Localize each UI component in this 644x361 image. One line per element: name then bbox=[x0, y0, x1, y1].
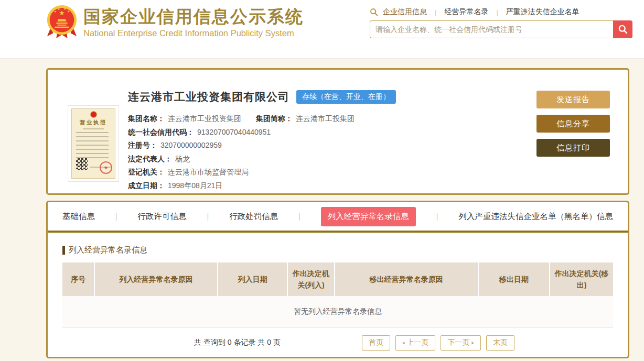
page-button-1[interactable]: 首页 bbox=[362, 335, 390, 351]
company-field-row: 登记机关：连云港市市场监督管理局 bbox=[128, 166, 396, 179]
search-input[interactable] bbox=[370, 20, 613, 38]
field-label: 集团名称： bbox=[128, 114, 165, 123]
tab-4[interactable]: 列入经营异常名录信息 bbox=[321, 207, 416, 226]
empty-state-text: 暂无列入经营异常名录信息 bbox=[62, 296, 613, 327]
site-brand: ★ ★ ★ ★ ★ 国家企业信用信息公示系统 National Enterpri… bbox=[46, 4, 304, 40]
section-title: 列入经营异常名录信息 bbox=[69, 245, 147, 255]
field-pair: 注册号：320700000002959 bbox=[128, 141, 222, 149]
tab-separator: | bbox=[115, 212, 117, 221]
tab-3[interactable]: 行政处罚信息 bbox=[229, 211, 278, 222]
license-text-rows bbox=[76, 132, 109, 158]
company-field-row: 集团名称：连云港市工业投资集团集团简称：连云港市工投集团 bbox=[128, 112, 396, 126]
detail-card: 基础信息|行政许可信息|行政处罚信息|列入经营异常名录信息|列入严重违法失信企业… bbox=[46, 201, 629, 358]
license-emblem-icon bbox=[90, 111, 97, 118]
company-actions: 发送报告信息分享信息打印 bbox=[536, 89, 610, 193]
svg-text:★: ★ bbox=[67, 10, 70, 13]
section-title-bar-icon bbox=[62, 246, 65, 255]
field-pair: 集团名称：连云港市工业投资集团 bbox=[128, 114, 241, 123]
national-emblem-logo: ★ ★ ★ ★ ★ bbox=[46, 4, 78, 40]
detail-tab-bar: 基础信息|行政许可信息|行政处罚信息|列入经营异常名录信息|列入严重违法失信企业… bbox=[48, 202, 628, 231]
column-header: 移出经营异常名录原因 bbox=[335, 262, 478, 296]
company-name: 连云港市工业投资集团有限公司 bbox=[128, 90, 289, 104]
field-value: 杨龙 bbox=[175, 155, 190, 163]
nav-link-1[interactable]: 企业信用信息 bbox=[383, 7, 427, 17]
field-value: 连云港市市场监督管理局 bbox=[168, 168, 249, 176]
page-button-label: 首页 bbox=[369, 338, 383, 347]
next-arrow-icon: ▸ bbox=[471, 340, 474, 345]
field-label: 登记机关： bbox=[128, 168, 165, 176]
anomaly-table: 序号列入经营异常名录原因列入日期作出决定机关(列入)移出经营异常名录原因移出日期… bbox=[62, 262, 613, 328]
column-header: 移出日期 bbox=[478, 262, 550, 296]
field-pair: 法定代表人：杨龙 bbox=[128, 155, 190, 163]
tab-separator: | bbox=[298, 212, 300, 221]
tab-1[interactable]: 基础信息 bbox=[62, 211, 95, 222]
business-license-image: 营业执照 ★ bbox=[68, 105, 119, 182]
page-button-label: 下一页 bbox=[447, 338, 469, 347]
pagination: 共 查询到 0 条记录 共 0 页 首页◂上一页下一页▸末页 bbox=[62, 335, 613, 351]
tab-2[interactable]: 行政许可信息 bbox=[138, 211, 187, 222]
site-title-cn: 国家企业信用信息公示系统 bbox=[83, 6, 304, 27]
anomaly-panel: 列入经营异常名录信息 序号列入经营异常名录原因列入日期作出决定机关(列入)移出经… bbox=[48, 233, 628, 351]
field-label: 注册号： bbox=[128, 141, 157, 149]
field-pair: 统一社会信用代码：913207007040440951 bbox=[128, 128, 271, 136]
svg-text:★: ★ bbox=[58, 7, 60, 10]
page-button-label: 上一页 bbox=[406, 338, 428, 347]
pagination-summary: 共 查询到 0 条记录 共 0 页 bbox=[194, 338, 281, 347]
nav-separator: | bbox=[496, 8, 498, 16]
svg-text:★: ★ bbox=[59, 9, 65, 17]
tab-separator: | bbox=[436, 212, 438, 221]
business-license-inner: 营业执照 ★ bbox=[71, 108, 115, 179]
field-value: 320700000002959 bbox=[160, 141, 222, 149]
column-header: 作出决定机关(移出) bbox=[550, 262, 613, 296]
page-button-label: 末页 bbox=[493, 338, 508, 347]
tab-5[interactable]: 列入严重违法失信企业名单（黑名单）信息 bbox=[458, 211, 613, 222]
company-field-row: 成立日期：1998年08月21日 bbox=[128, 179, 396, 193]
svg-text:★: ★ bbox=[54, 10, 57, 13]
field-pair: 成立日期：1998年08月21日 bbox=[128, 181, 222, 190]
search-button[interactable] bbox=[613, 20, 632, 38]
nav-link-2[interactable]: 经营异常名录 bbox=[444, 7, 488, 17]
company-field-row: 注册号：320700000002959 bbox=[128, 139, 396, 152]
page-button-4[interactable]: 末页 bbox=[486, 335, 514, 351]
company-field-row: 法定代表人：杨龙 bbox=[128, 152, 396, 166]
page-button-3[interactable]: 下一页▸ bbox=[441, 335, 481, 351]
field-value: 913207007040440951 bbox=[197, 128, 271, 136]
site-title-en: National Enterprise Credit Information P… bbox=[83, 28, 304, 38]
search-button-icon bbox=[618, 24, 628, 35]
field-pair: 集团简称：连云港市工投集团 bbox=[256, 114, 355, 123]
company-info: 连云港市工业投资集团有限公司 存续（在营、开业、在册） 集团名称：连云港市工业投… bbox=[128, 89, 396, 193]
anomaly-empty-row: 暂无列入经营异常名录信息 bbox=[62, 296, 613, 327]
column-header: 列入日期 bbox=[218, 262, 287, 296]
prev-arrow-icon: ◂ bbox=[402, 340, 405, 345]
column-header: 列入经营异常名录原因 bbox=[94, 262, 218, 296]
column-header: 作出决定机关(列入) bbox=[287, 262, 334, 296]
license-subline bbox=[83, 128, 104, 129]
field-pair: 登记机关：连云港市市场监督管理局 bbox=[128, 168, 249, 176]
company-fields: 集团名称：连云港市工业投资集团集团简称：连云港市工投集团统一社会信用代码：913… bbox=[128, 112, 396, 192]
field-label: 成立日期： bbox=[128, 181, 165, 190]
field-value: 连云港市工投集团 bbox=[296, 114, 355, 123]
field-value: 连云港市工业投资集团 bbox=[168, 114, 241, 123]
section-title-row: 列入经营异常名录信息 bbox=[62, 245, 613, 255]
svg-text:★: ★ bbox=[63, 7, 66, 10]
anomaly-table-header-row: 序号列入经营异常名录原因列入日期作出决定机关(列入)移出经营异常名录原因移出日期… bbox=[62, 262, 613, 296]
column-header: 序号 bbox=[62, 262, 94, 296]
tab-separator: | bbox=[207, 212, 209, 221]
action-button-2[interactable]: 信息分享 bbox=[536, 115, 610, 133]
action-button-1[interactable]: 发送报告 bbox=[536, 91, 610, 108]
action-button-3[interactable]: 信息打印 bbox=[536, 139, 610, 157]
company-name-row: 连云港市工业投资集团有限公司 存续（在营、开业、在册） bbox=[128, 90, 396, 104]
site-header: ★ ★ ★ ★ ★ 国家企业信用信息公示系统 National Enterpri… bbox=[0, 0, 644, 59]
search-bar bbox=[370, 20, 632, 38]
field-label: 法定代表人： bbox=[128, 155, 172, 163]
pagination-buttons: 首页◂上一页下一页▸末页 bbox=[362, 335, 520, 351]
search-type-nav: 企业信用信息|经营异常名录|严重违法失信企业名单 bbox=[370, 6, 632, 18]
field-value: 1998年08月21日 bbox=[168, 181, 222, 190]
nav-separator: | bbox=[435, 8, 436, 16]
license-red-seal: ★ bbox=[100, 161, 112, 174]
status-badge: 存续（在营、开业、在册） bbox=[296, 90, 396, 104]
brand-titles: 国家企业信用信息公示系统 National Enterprise Credit … bbox=[83, 6, 304, 38]
page-button-2[interactable]: ◂上一页 bbox=[395, 335, 436, 351]
nav-link-3[interactable]: 严重违法失信企业名单 bbox=[506, 7, 579, 17]
search-area: 企业信用信息|经营异常名录|严重违法失信企业名单 bbox=[370, 6, 632, 38]
